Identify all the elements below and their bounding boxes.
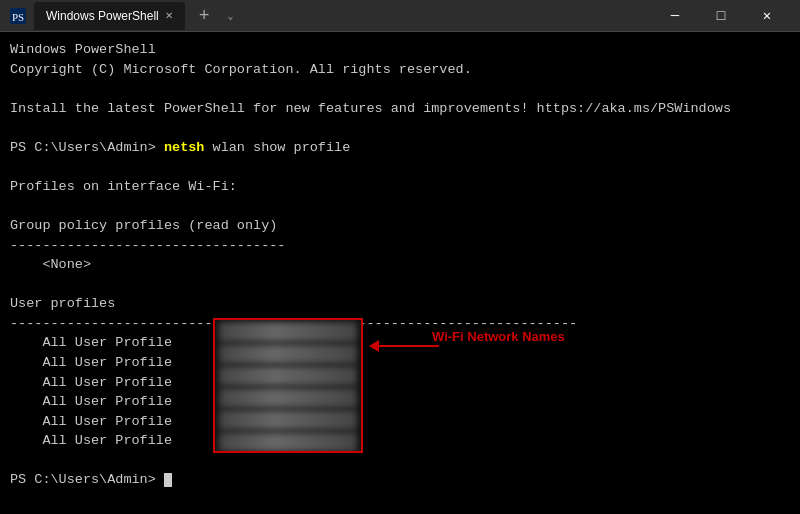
- blurred-name-2: [219, 344, 357, 364]
- line-group-policy: Group policy profiles (read only): [10, 218, 277, 233]
- titlebar: PS Windows PowerShell ✕ + ⌄ ─ □ ✕: [0, 0, 800, 32]
- terminal-output: Windows PowerShell Copyright (C) Microso…: [10, 40, 790, 490]
- profile-line5: All User Profile :: [10, 414, 229, 429]
- annotation-label: Wi-Fi Network Names: [432, 328, 565, 347]
- maximize-button[interactable]: □: [698, 0, 744, 32]
- tab-dropdown-button[interactable]: ⌄: [224, 10, 238, 22]
- close-button[interactable]: ✕: [744, 0, 790, 32]
- blurred-network-names: [213, 318, 363, 453]
- profile-line4: All User Profile :: [10, 394, 229, 409]
- line-profiles-header: Profiles on interface Wi-Fi:: [10, 179, 237, 194]
- powershell-icon: PS: [10, 8, 26, 24]
- window-controls: ─ □ ✕: [652, 0, 790, 32]
- blurred-name-1: [219, 322, 357, 342]
- line-header1: Windows PowerShell: [10, 42, 156, 57]
- blurred-name-4: [219, 388, 357, 408]
- tab-close-button[interactable]: ✕: [165, 10, 173, 21]
- blurred-name-3: [219, 366, 357, 386]
- active-tab[interactable]: Windows PowerShell ✕: [34, 2, 185, 30]
- profile-line2: All User Profile :: [10, 355, 229, 370]
- line-install: Install the latest PowerShell for new fe…: [10, 101, 731, 116]
- arrow-line: [379, 345, 439, 347]
- blurred-name-5: [219, 410, 357, 430]
- svg-text:PS: PS: [12, 11, 24, 23]
- profile-line1: All User Profile :: [10, 335, 229, 350]
- profile-line6: All User Profile :: [10, 433, 229, 448]
- blurred-name-6: [219, 432, 357, 452]
- annotation-arrow: [370, 340, 439, 352]
- profile-line3: All User Profile :: [10, 375, 229, 390]
- prompt2: PS C:\Users\Admin>: [10, 472, 172, 487]
- terminal-area[interactable]: Windows PowerShell Copyright (C) Microso…: [0, 32, 800, 514]
- line-user-profiles: User profiles: [10, 296, 115, 311]
- cursor-blink: [164, 473, 172, 487]
- line-header2: Copyright (C) Microsoft Corporation. All…: [10, 62, 472, 77]
- line-separator1: ----------------------------------: [10, 238, 285, 253]
- tab-label: Windows PowerShell: [46, 9, 159, 23]
- new-tab-button[interactable]: +: [193, 6, 216, 26]
- line-none: <None>: [10, 257, 91, 272]
- arrow-head: [369, 340, 379, 352]
- minimize-button[interactable]: ─: [652, 0, 698, 32]
- prompt1: PS C:\Users\Admin> netsh wlan show profi…: [10, 140, 350, 155]
